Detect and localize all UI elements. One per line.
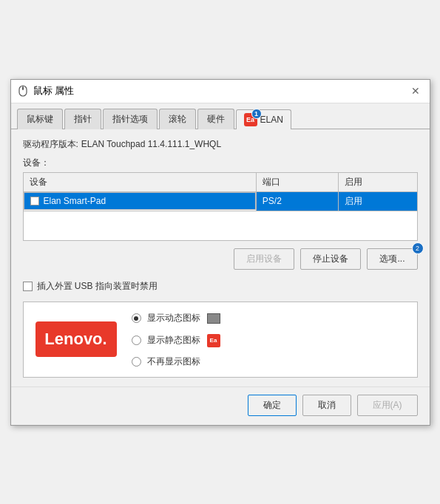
- device-checkbox[interactable]: [30, 197, 39, 205]
- col-port: 端口: [256, 172, 338, 191]
- title-bar-left: 鼠标 属性: [17, 84, 75, 98]
- elan-tab-label: ELAN: [260, 115, 283, 125]
- radio-static-icon[interactable]: 显示静态图标 Ea: [132, 333, 405, 348]
- svg-point-2: [22, 87, 24, 90]
- mouse-icon: [17, 85, 29, 97]
- radio-static-label: 显示静态图标: [147, 334, 200, 347]
- apply-button[interactable]: 应用(A): [357, 395, 418, 416]
- action-buttons-row: 启用设备 停止设备 选项... 2: [23, 248, 418, 270]
- device-name: Elan Smart-Pad: [44, 196, 106, 206]
- col-enabled: 启用: [339, 172, 417, 191]
- enable-device-button[interactable]: 启用设备: [234, 248, 294, 270]
- lenovo-logo: Lenovo.: [35, 321, 117, 357]
- col-device: 设备: [23, 172, 256, 191]
- bottom-buttons-row: 确定 取消 应用(A): [11, 386, 430, 425]
- radio-static-outer[interactable]: [132, 336, 141, 345]
- display-options-box: Lenovo. 显示动态图标 显示静态图标: [23, 302, 418, 378]
- lenovo-text: Lenovo.: [44, 330, 106, 349]
- title-bar: 鼠标 属性 ✕: [11, 80, 430, 103]
- options-badge: 2: [412, 242, 424, 254]
- options-button-wrapper: 选项... 2: [367, 248, 417, 270]
- ok-button[interactable]: 确定: [248, 395, 297, 416]
- radio-hide-icon[interactable]: 不再显示图标: [132, 355, 405, 368]
- radio-dynamic-label: 显示动态图标: [147, 312, 200, 324]
- radio-hide-label: 不再显示图标: [147, 355, 200, 368]
- tab-pointer-options[interactable]: 指针选项: [103, 109, 158, 129]
- usb-checkbox[interactable]: [23, 282, 33, 291]
- tab-bar: 鼠标键 指针 指针选项 滚轮 硬件 Ea 1 ELAN: [11, 103, 430, 129]
- radio-dynamic-inner: [134, 316, 138, 321]
- radio-dynamic-outer[interactable]: [132, 313, 141, 323]
- window-title: 鼠标 属性: [33, 84, 75, 98]
- close-button[interactable]: ✕: [407, 83, 424, 99]
- tab-hardware[interactable]: 硬件: [197, 109, 234, 129]
- options-button[interactable]: 选项...: [367, 248, 417, 270]
- elan-static-icon: Ea: [206, 333, 221, 348]
- driver-label: 驱动程序版本:: [23, 138, 78, 151]
- display-radio-group: 显示动态图标 显示静态图标 Ea 不再显示图标: [132, 311, 405, 368]
- tab-wheel[interactable]: 滚轮: [159, 109, 196, 129]
- device-table-row[interactable]: Elan Smart-Pad PS/2 启用: [23, 191, 417, 211]
- tab-mouse-key[interactable]: 鼠标键: [17, 109, 63, 129]
- cancel-button[interactable]: 取消: [302, 395, 351, 416]
- device-status: 启用: [339, 191, 417, 211]
- tab-content: 驱动程序版本: ELAN Touchpad 11.4.111.1_WHQL 设备…: [11, 129, 430, 386]
- device-port: PS/2: [256, 191, 338, 211]
- device-table: 设备 端口 启用 Elan Smart-Pad PS/2 启用: [23, 172, 418, 241]
- driver-row: 驱动程序版本: ELAN Touchpad 11.4.111.1_WHQL: [23, 138, 418, 151]
- tab-pointer[interactable]: 指针: [64, 109, 101, 129]
- usb-checkbox-label: 插入外置 USB 指向装置时禁用: [37, 280, 158, 293]
- radio-hide-outer[interactable]: [132, 357, 141, 367]
- device-section-label: 设备：: [23, 157, 418, 169]
- radio-dynamic-icon[interactable]: 显示动态图标: [132, 311, 405, 326]
- tab-elan[interactable]: Ea 1 ELAN: [236, 109, 291, 129]
- usb-checkbox-row[interactable]: 插入外置 USB 指向装置时禁用: [23, 280, 418, 293]
- stop-device-button[interactable]: 停止设备: [300, 248, 361, 270]
- monitor-icon: [206, 311, 221, 326]
- elan-tab-icon: Ea 1: [244, 113, 257, 126]
- main-window: 鼠标 属性 ✕ 鼠标键 指针 指针选项 滚轮 硬件 Ea 1 ELAN 驱动程序…: [10, 79, 430, 426]
- elan-tab-badge: 1: [251, 109, 262, 119]
- driver-value: ELAN Touchpad 11.4.111.1_WHQL: [81, 139, 221, 149]
